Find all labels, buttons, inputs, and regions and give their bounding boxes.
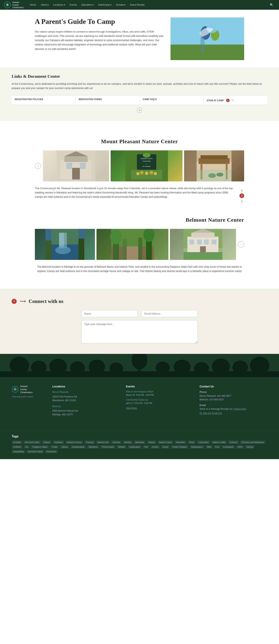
tag-item[interactable]: Birding xyxy=(123,440,132,444)
tag-item[interactable]: Nature Crafts xyxy=(211,440,227,444)
gallery-next-button[interactable]: › xyxy=(238,241,244,248)
footer-belmont-link[interactable]: Belmont xyxy=(52,405,120,408)
tag-item[interactable]: Spring xyxy=(245,445,254,449)
footer-location-1: Mount Pleasant 10520 Old Frederick Rd Wo… xyxy=(52,390,120,402)
tag-item[interactable]: Exploration xyxy=(128,445,142,449)
footer-logo-line1: Howard xyxy=(20,385,32,388)
svg-point-26 xyxy=(150,171,153,174)
doc-link-faq[interactable]: CAMP FAQ'S xyxy=(140,95,204,105)
name-input[interactable] xyxy=(82,310,138,317)
footer-email-list-link[interactable]: Or Join our Email List xyxy=(200,412,222,414)
tag-item[interactable]: Animals xyxy=(12,440,22,444)
tag-item[interactable]: Barred Owl xyxy=(96,440,110,444)
tag-item[interactable]: Nature xyxy=(147,440,156,444)
connect-form xyxy=(82,310,198,344)
conservancy-sign-image: HOWARD COUNTY Conservancy at Mt. Pleasan… xyxy=(111,150,183,182)
doc-link-registration[interactable]: REGISTRATION POLICIES xyxy=(12,95,76,105)
svg-rect-47 xyxy=(127,246,138,260)
tag-item[interactable]: Fun xyxy=(214,445,220,449)
tag-item[interactable]: Maryland xyxy=(134,440,146,444)
hero-body: Our nature camps inspire children to con… xyxy=(35,30,165,51)
gallery-image-3 xyxy=(184,150,244,182)
tag-item[interactable]: Art xyxy=(24,445,30,449)
footer-event-1-link[interactable]: Hike to the Patapsco River xyxy=(126,390,194,393)
svg-rect-3 xyxy=(170,44,244,60)
tag-item[interactable]: History xyxy=(42,440,52,444)
chevron-down-icon[interactable]: ∨ xyxy=(137,107,142,113)
doc-link-stem[interactable]: STEM AT CAMP 1 ← xyxy=(204,95,268,105)
doc-link-medication[interactable]: MEDICATION FORMS xyxy=(76,95,140,105)
tag-item[interactable]: Family xyxy=(150,445,160,449)
footer-contact-form-link[interactable]: contact form xyxy=(233,408,246,410)
belmont-gallery-images xyxy=(35,229,236,260)
tag-item[interactable]: Hiking xyxy=(60,445,69,449)
tag-item[interactable]: HHG xyxy=(236,445,244,449)
gallery-prev-button[interactable]: ‹ xyxy=(35,163,41,169)
tag-item[interactable]: Wild xyxy=(206,445,212,449)
belmont-image-2 xyxy=(96,229,168,260)
nav-event-rentals[interactable]: Event Rentals xyxy=(128,0,147,10)
annotation-arrow-up: ↑ xyxy=(241,188,243,194)
tag-item[interactable]: Nighttime xyxy=(87,445,99,449)
doc-center-body: At the Conservancy, we're dedicated to p… xyxy=(12,82,268,90)
svg-rect-41 xyxy=(64,233,67,248)
tag-item[interactable]: Volunteer xyxy=(174,440,186,444)
footer-view-more[interactable]: View More xyxy=(126,407,137,410)
footer-mount-pleasant-link[interactable]: Mount Pleasant xyxy=(52,390,120,394)
tag-item[interactable]: Sustainability xyxy=(70,445,86,449)
tag-item[interactable]: Crafts xyxy=(50,445,59,449)
footer-event-2-link[interactable]: Community Clean-up xyxy=(126,398,194,401)
tag-item[interactable]: Preschool xyxy=(45,450,58,453)
nav-about[interactable]: About ▾ xyxy=(38,0,51,10)
svg-point-24 xyxy=(140,171,144,174)
doc-chevron[interactable]: ∨ xyxy=(12,105,268,115)
message-textarea[interactable] xyxy=(82,320,198,344)
tag-item[interactable]: Outdoor xyxy=(228,440,239,444)
tag-item[interactable]: Howard County xyxy=(65,440,83,444)
tag-item[interactable]: Science xyxy=(111,440,122,444)
doc-center-title: Links & Document Center xyxy=(12,74,268,79)
tag-item[interactable]: Storytelling xyxy=(12,450,25,453)
nav-education[interactable]: Education ▾ xyxy=(79,0,96,10)
footer-email: Email Send us a message through our cont… xyxy=(200,404,268,415)
tag-item[interactable]: Registration xyxy=(190,445,204,449)
tag-item[interactable]: Choose your Adventure xyxy=(240,440,266,444)
annotation-badge-2: 2 xyxy=(240,194,244,198)
tag-item[interactable]: Holidays xyxy=(53,440,64,444)
tag-item[interactable]: Birds xyxy=(188,440,196,444)
tag-item[interactable]: Fall xyxy=(143,445,150,449)
svg-text:at: at xyxy=(146,163,147,164)
tag-item[interactable]: Nature Camp xyxy=(158,440,173,444)
svg-point-35 xyxy=(208,173,216,178)
connect-header: 3 ⟶ Connect with us xyxy=(12,298,268,304)
nav-locations[interactable]: Locations ▾ xyxy=(51,0,68,10)
footer: Howard County Conservancy connecting peo… xyxy=(0,377,279,430)
nav-events[interactable]: Events xyxy=(68,0,79,10)
footer-event-2-date: April 17, 3:00 PM - 5:30 PM xyxy=(126,402,194,404)
nav-home[interactable]: Home xyxy=(28,0,38,10)
belmont-image-3 xyxy=(170,229,236,260)
tag-item[interactable]: Camp xyxy=(161,445,170,449)
belmont-image-1 xyxy=(35,229,95,260)
tag-item[interactable]: Fundraiser xyxy=(222,445,235,449)
search-icon[interactable]: 🔍 xyxy=(268,3,275,7)
svg-rect-6 xyxy=(200,37,204,52)
footer-phone-label: Phone xyxy=(200,390,268,394)
nav-kids-camp[interactable]: Kids/Camp ▾ xyxy=(96,0,114,10)
tag-item[interactable]: Camp Bird xyxy=(197,440,210,444)
footer-phone: Phone Mount Pleasant: 410-465-8877 Belmo… xyxy=(200,390,268,402)
nav-donate[interactable]: Donate ▾ xyxy=(114,0,128,10)
email-input[interactable] xyxy=(142,310,198,317)
tree-path-image xyxy=(96,229,168,260)
logo-line1: Howard xyxy=(12,1,24,4)
tag-item[interactable]: Patapsco Valley xyxy=(31,445,49,449)
tag-item[interactable]: Wildlife xyxy=(117,445,126,449)
tag-item[interactable]: Summer Camp xyxy=(26,450,44,453)
tag-item[interactable]: Preservation xyxy=(100,445,116,449)
tag-item[interactable]: Children xyxy=(12,445,23,449)
belmont-title: Belmont Nature Center xyxy=(35,217,244,223)
site-logo[interactable]: Howard County Conservancy xyxy=(4,1,24,9)
tag-item[interactable]: Training xyxy=(84,440,95,444)
tag-item[interactable]: Public Program xyxy=(171,445,188,449)
tag-item[interactable]: Arts and Crafts xyxy=(24,440,41,444)
